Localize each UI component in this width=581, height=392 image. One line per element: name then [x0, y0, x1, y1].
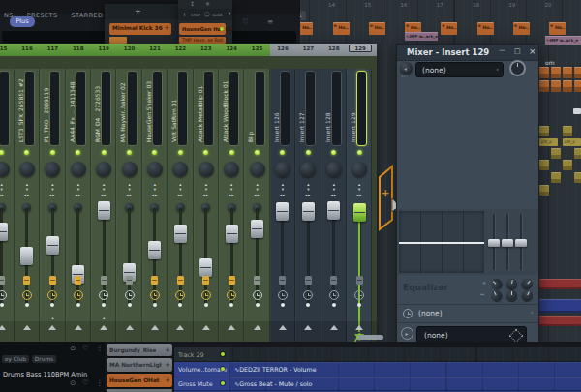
mute-led[interactable]: [229, 150, 234, 155]
clock-icon[interactable]: [253, 290, 262, 300]
volume-fader[interactable]: [302, 202, 315, 221]
clock-icon[interactable]: [0, 290, 7, 300]
pan-knob[interactable]: [122, 162, 138, 177]
pattern-cell-orange[interactable]: [563, 80, 572, 92]
filter-badge[interactable]: Plus: [10, 16, 35, 27]
pattern-cell-orange[interactable]: [574, 67, 581, 78]
mix-knob[interactable]: [509, 60, 526, 76]
mixer-channel-127[interactable]: Insert 127▴▾◂▸: [295, 69, 321, 354]
pan-arrows-icon[interactable]: ◂▸: [295, 193, 321, 197]
pan-knob[interactable]: [326, 162, 342, 177]
pattern-cell-orange[interactable]: [563, 67, 572, 78]
volume-fader[interactable]: [0, 223, 8, 241]
plugin-slot-icon[interactable]: [254, 276, 260, 285]
volume-fader[interactable]: [174, 225, 187, 243]
pattern-clip-hat[interactable]: ≡ Ho..: [441, 22, 457, 35]
record-dot[interactable]: [306, 303, 310, 307]
pattern-clip-hat[interactable]: ≡ Ho..: [333, 22, 350, 35]
pan-arrows-icon[interactable]: ◂▸: [15, 193, 40, 197]
stereo-sep-icon[interactable]: ▴▾: [295, 183, 321, 192]
channel-number-122[interactable]: 122: [168, 45, 193, 51]
record-dot[interactable]: [332, 303, 336, 307]
channel-number-121[interactable]: 121: [142, 45, 168, 51]
channel-number-128[interactable]: 128: [321, 45, 347, 51]
chevron-down-icon[interactable]: ▾: [229, 11, 230, 15]
mute-led[interactable]: [76, 150, 80, 155]
record-dot[interactable]: [102, 303, 106, 307]
clock-icon[interactable]: [22, 290, 32, 300]
pattern-cell-olive[interactable]: [574, 172, 581, 183]
pan-arrows-icon[interactable]: ◂▸: [270, 193, 295, 197]
panel-time-slot[interactable]: (none) ›: [397, 304, 538, 322]
clock-icon[interactable]: [99, 290, 108, 300]
minimize-button[interactable]: —: [499, 46, 505, 54]
sample-item[interactable]: MA NorthernLights C... +: [107, 358, 172, 372]
heart-icon[interactable]: ♡: [242, 17, 249, 26]
sort-icon[interactable]: ↕: [190, 0, 195, 7]
channel-number-123[interactable]: 123: [194, 45, 219, 51]
maximize-button[interactable]: □: [514, 47, 521, 55]
eq-knob[interactable]: [505, 278, 518, 290]
track-name-2[interactable]: Volume..tomate: [174, 362, 229, 377]
mixer-channel-129[interactable]: Insert 129▴▾◂▸: [347, 69, 372, 354]
record-dot[interactable]: [128, 303, 132, 307]
record-dot[interactable]: [25, 303, 29, 307]
pattern-cell-orange[interactable]: [539, 80, 549, 92]
pan-knob[interactable]: [275, 162, 290, 177]
volume-fader[interactable]: [98, 201, 110, 220]
stereo-sep-icon[interactable]: ▴▾: [66, 183, 91, 192]
mixer-channel-115[interactable]: ▴▾◂▸: [0, 69, 15, 354]
stereo-sep-icon[interactable]: ▴▾: [244, 183, 269, 192]
pan-knob[interactable]: [0, 162, 10, 177]
pan-knob[interactable]: [300, 162, 316, 177]
record-dot[interactable]: [204, 303, 208, 307]
eq-band-slider[interactable]: [502, 239, 513, 247]
pan-arrows-icon[interactable]: ◂▸: [321, 193, 347, 197]
plugin-slot-icon[interactable]: [49, 276, 56, 285]
tag-pill[interactable]: Drums: [32, 355, 56, 363]
pattern-cell-orange[interactable]: [551, 80, 561, 92]
mute-led[interactable]: [255, 150, 260, 155]
pattern-cell-olive[interactable]: [539, 126, 549, 136]
stop-label[interactable]: STOP: [191, 13, 200, 17]
playlist-clip[interactable]: [539, 299, 581, 313]
plugin-slot-icon[interactable]: [75, 276, 81, 285]
channel-number-127[interactable]: 127: [295, 45, 321, 51]
volume-fader[interactable]: [276, 202, 289, 221]
result-item-title[interactable]: Drums Bass 110BPM Amin: [3, 371, 87, 378]
close-button[interactable]: ×: [529, 46, 536, 56]
plugin-slot-icon[interactable]: [23, 276, 30, 285]
eq-knob[interactable]: [506, 290, 517, 301]
volume-fader[interactable]: [20, 247, 33, 265]
picker-item-hat[interactable]: HouseGen Hat 02: [179, 23, 226, 35]
picker-item-kick[interactable]: Minimal Kick 36 +: [109, 23, 171, 35]
panel-title-bar[interactable]: Mixer - Insert 129 — □ ×: [397, 45, 538, 61]
mixer-channel-126[interactable]: Insert 126▴▾◂▸: [270, 69, 295, 354]
pan-knob[interactable]: [45, 162, 60, 177]
ext-knob[interactable]: ◂: [400, 62, 413, 75]
sample-item[interactable]: HouseGen OHat 02 +: [107, 374, 172, 387]
record-dot[interactable]: [153, 303, 157, 307]
pattern-cell-olive[interactable]: [563, 160, 572, 170]
stereo-sep-icon[interactable]: ▴▾: [347, 183, 372, 192]
clock-icon[interactable]: [278, 290, 288, 300]
mixer-h-scrollbar[interactable]: [356, 335, 383, 340]
stereo-sep-icon[interactable]: ▴▾: [116, 183, 141, 192]
eq-graph[interactable]: [399, 211, 484, 273]
stereo-sep-icon[interactable]: ▴▾: [40, 183, 65, 192]
picker-item-hat2[interactable]: TMP Haze..se Roll: [179, 37, 226, 44]
plugin-slot-icon[interactable]: [305, 276, 312, 285]
drag-handle-icon[interactable]: +: [165, 361, 170, 369]
record-dot[interactable]: [0, 303, 4, 307]
eq-band-slider[interactable]: [488, 239, 500, 247]
clock-icon[interactable]: [150, 290, 160, 300]
mute-led[interactable]: [306, 150, 311, 155]
drag-handle-icon[interactable]: +: [164, 24, 169, 32]
stereo-sep-icon[interactable]: ▴▾: [194, 183, 219, 192]
record-dot[interactable]: [76, 303, 80, 307]
record-dot[interactable]: [229, 303, 233, 307]
pan-knob[interactable]: [172, 162, 188, 177]
track-lane-2[interactable]: ∿DEDZII TERROR - Volume: [229, 362, 581, 377]
detach-grip-icon[interactable]: [509, 328, 523, 342]
mixer-channel-118[interactable]: AA44_Fx_.._3411348▴▾◂▸: [66, 69, 91, 354]
